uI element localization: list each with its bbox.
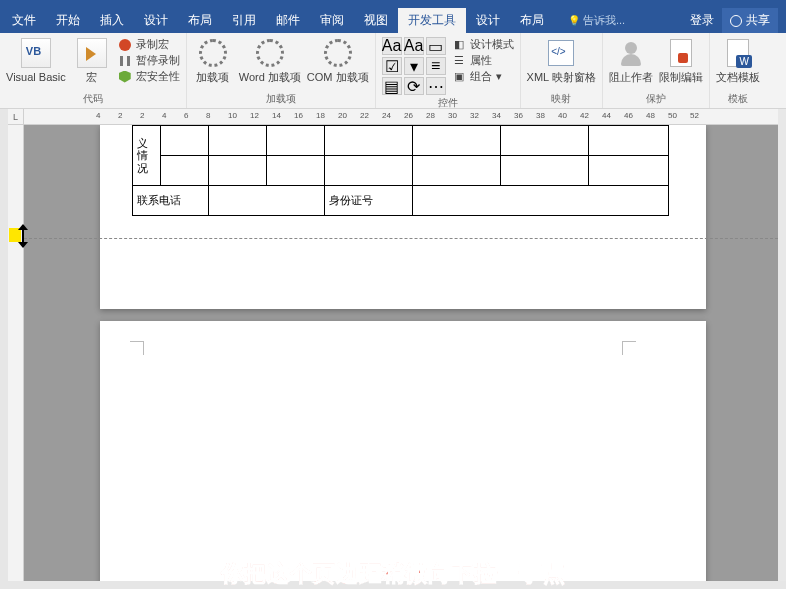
ruler-tick: 30 bbox=[448, 111, 457, 120]
pause-record-button[interactable]: 暂停录制 bbox=[118, 53, 180, 68]
ctrl-date-icon[interactable]: ▤ bbox=[382, 77, 402, 95]
resize-vertical-cursor-icon bbox=[9, 228, 27, 250]
tab-table-layout[interactable]: 布局 bbox=[510, 8, 554, 33]
gear-icon bbox=[256, 39, 284, 67]
ruler-tick: 20 bbox=[338, 111, 347, 120]
tab-design[interactable]: 设计 bbox=[134, 8, 178, 33]
ribbon-group-addins: 加载项 Word 加载项 COM 加载项 加载项 bbox=[187, 33, 376, 108]
design-mode-icon: ◧ bbox=[452, 38, 466, 52]
ruler-tick: 22 bbox=[360, 111, 369, 120]
xml-icon bbox=[548, 40, 574, 66]
ruler-tick: 32 bbox=[470, 111, 479, 120]
ruler-tick: 36 bbox=[514, 111, 523, 120]
ribbon-group-mapping: XML 映射窗格 映射 bbox=[521, 33, 603, 108]
page-1: 义情况 联系电话 身份证号 bbox=[100, 125, 706, 309]
cell-label-a[interactable]: 义情况 bbox=[133, 126, 161, 186]
tab-mailings[interactable]: 邮件 bbox=[266, 8, 310, 33]
vb-icon bbox=[21, 38, 51, 68]
ctrl-picture-icon[interactable]: ▭ bbox=[426, 37, 446, 55]
ruler-tick: 28 bbox=[426, 111, 435, 120]
restrict-editing-button[interactable]: 限制编辑 bbox=[659, 37, 703, 83]
com-addins-button[interactable]: COM 加载项 bbox=[307, 37, 369, 83]
block-authors-button[interactable]: 阻止作者 bbox=[609, 37, 653, 83]
margin-guideline bbox=[24, 238, 778, 239]
design-mode-button[interactable]: ◧设计模式 bbox=[452, 37, 514, 52]
template-icon bbox=[727, 39, 749, 67]
margin-mark-icon bbox=[622, 341, 636, 355]
tab-file[interactable]: 文件 bbox=[2, 8, 46, 33]
share-button[interactable]: 共享 bbox=[722, 8, 778, 33]
ruler-tick: 38 bbox=[536, 111, 545, 120]
group-icon: ▣ bbox=[452, 70, 466, 84]
ruler-tick: 16 bbox=[294, 111, 303, 120]
menu-tabs: 文件 开始 插入 设计 布局 引用 邮件 审阅 视图 开发工具 设计 布局 告诉… bbox=[0, 8, 786, 33]
margin-mark-icon bbox=[130, 341, 144, 355]
cell-phone-label[interactable]: 联系电话 bbox=[133, 186, 209, 216]
ruler-tick: 2 bbox=[118, 111, 122, 120]
word-addins-button[interactable]: Word 加载项 bbox=[239, 37, 301, 83]
properties-button[interactable]: ☰属性 bbox=[452, 53, 514, 68]
ruler-tick: 6 bbox=[184, 111, 188, 120]
tab-insert[interactable]: 插入 bbox=[90, 8, 134, 33]
video-subtitle: 你把这个页边距稍微向下拉一丁点 bbox=[0, 559, 786, 589]
gear-icon bbox=[199, 39, 227, 67]
ruler-tick: 4 bbox=[162, 111, 166, 120]
document-area[interactable]: 义情况 联系电话 身份证号 bbox=[24, 125, 778, 581]
addins-button[interactable]: 加载项 bbox=[193, 37, 233, 83]
ruler-tick: 42 bbox=[580, 111, 589, 120]
ctrl-dropdown-icon[interactable]: ≡ bbox=[426, 57, 446, 75]
ruler-tick: 18 bbox=[316, 111, 325, 120]
ruler-tick: 26 bbox=[404, 111, 413, 120]
horizontal-ruler[interactable]: 4224681012141618202224262830323436384042… bbox=[24, 109, 778, 125]
ctrl-combobox-icon[interactable]: ▾ bbox=[404, 57, 424, 75]
group-label-addins: 加载项 bbox=[193, 91, 369, 108]
title-bar bbox=[0, 0, 786, 8]
group-button[interactable]: ▣组合▾ bbox=[452, 69, 514, 84]
table-row: 义情况 bbox=[133, 126, 669, 156]
ribbon-group-code: Visual Basic 宏 录制宏 暂停录制 宏安全性 代码 bbox=[0, 33, 187, 108]
macros-button[interactable]: 宏 bbox=[72, 37, 112, 83]
group-label-code: 代码 bbox=[6, 91, 180, 108]
record-macro-button[interactable]: 录制宏 bbox=[118, 37, 180, 52]
control-gallery[interactable]: Aa Aa ▭ ☑ ▾ ≡ ▤ ⟳ ⋯ bbox=[382, 37, 446, 95]
tab-developer[interactable]: 开发工具 bbox=[398, 8, 466, 33]
user-block-icon bbox=[618, 40, 644, 66]
ruler-tick: 44 bbox=[602, 111, 611, 120]
document-template-button[interactable]: 文档模板 bbox=[716, 37, 760, 83]
login-button[interactable]: 登录 bbox=[684, 8, 720, 33]
properties-icon: ☰ bbox=[452, 54, 466, 68]
tab-layout[interactable]: 布局 bbox=[178, 8, 222, 33]
ribbon: Visual Basic 宏 录制宏 暂停录制 宏安全性 代码 加载项 Word… bbox=[0, 33, 786, 109]
tab-home[interactable]: 开始 bbox=[46, 8, 90, 33]
vertical-scrollbar[interactable] bbox=[778, 109, 786, 581]
table-row: 联系电话 身份证号 bbox=[133, 186, 669, 216]
vertical-ruler[interactable] bbox=[8, 125, 24, 581]
ctrl-richtext-icon[interactable]: Aa bbox=[382, 37, 402, 55]
ruler-tick: 40 bbox=[558, 111, 567, 120]
visual-basic-button[interactable]: Visual Basic bbox=[6, 37, 66, 83]
tab-references[interactable]: 引用 bbox=[222, 8, 266, 33]
group-label-protect: 保护 bbox=[609, 91, 703, 108]
cell-id-label[interactable]: 身份证号 bbox=[325, 186, 413, 216]
ctrl-repeat-icon[interactable]: ⟳ bbox=[404, 77, 424, 95]
shield-icon bbox=[119, 71, 131, 83]
ctrl-checkbox-icon[interactable]: ☑ bbox=[382, 57, 402, 75]
ruler-tick: 10 bbox=[228, 111, 237, 120]
tab-review[interactable]: 审阅 bbox=[310, 8, 354, 33]
ctrl-legacy-icon[interactable]: ⋯ bbox=[426, 77, 446, 95]
ruler-tick: 52 bbox=[690, 111, 699, 120]
macro-icon bbox=[77, 38, 107, 68]
tab-table-design[interactable]: 设计 bbox=[466, 8, 510, 33]
tab-view[interactable]: 视图 bbox=[354, 8, 398, 33]
tell-me[interactable]: 告诉我... bbox=[558, 8, 635, 33]
ribbon-group-controls: Aa Aa ▭ ☑ ▾ ≡ ▤ ⟳ ⋯ ◧设计模式 ☰属性 ▣组合▾ 控件 bbox=[376, 33, 521, 108]
xml-mapping-button[interactable]: XML 映射窗格 bbox=[527, 37, 596, 83]
gear-icon bbox=[324, 39, 352, 67]
record-icon bbox=[119, 39, 131, 51]
ruler-tick: 50 bbox=[668, 111, 677, 120]
ruler-tick: 12 bbox=[250, 111, 259, 120]
form-table[interactable]: 义情况 联系电话 身份证号 bbox=[132, 125, 669, 216]
macro-security-button[interactable]: 宏安全性 bbox=[118, 69, 180, 84]
ctrl-plaintext-icon[interactable]: Aa bbox=[404, 37, 424, 55]
ribbon-group-template: 文档模板 模板 bbox=[710, 33, 766, 108]
